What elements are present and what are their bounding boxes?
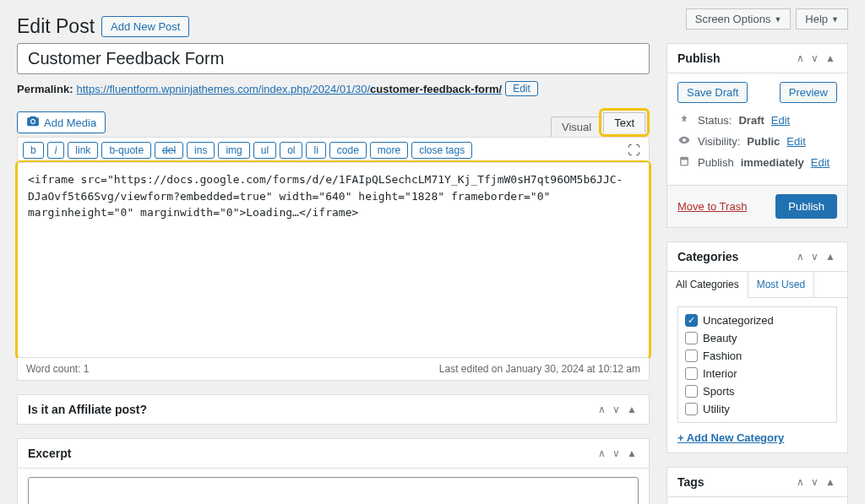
move-up-icon[interactable]: ∧ — [795, 474, 806, 490]
category-item[interactable]: Beauty — [685, 332, 830, 344]
status-value: Draft — [738, 114, 764, 127]
publish-button[interactable]: Publish — [775, 194, 837, 219]
camera-icon — [26, 116, 40, 129]
qt-bquote[interactable]: b-quote — [101, 142, 151, 159]
category-item[interactable]: Utility — [685, 403, 830, 415]
move-up-icon[interactable]: ∧ — [795, 249, 806, 264]
edit-status-link[interactable]: Edit — [771, 114, 790, 127]
qt-i[interactable]: i — [47, 142, 65, 159]
tab-visual[interactable]: Visual — [551, 117, 601, 137]
calendar-icon — [677, 155, 691, 170]
eye-icon — [677, 134, 691, 149]
schedule-prefix: Publish — [698, 156, 734, 169]
excerpt-textarea[interactable] — [28, 477, 639, 504]
tab-text[interactable]: Text — [603, 112, 645, 133]
last-edited: Last edited on January 30, 2024 at 10:12… — [439, 363, 640, 375]
edit-schedule-link[interactable]: Edit — [811, 156, 830, 169]
content-textarea[interactable] — [18, 163, 649, 355]
permalink-label: Permalink: — [17, 83, 73, 95]
move-down-icon[interactable]: ∨ — [809, 51, 820, 66]
pin-icon — [677, 113, 691, 127]
category-list: ✓ Uncategorized Beauty Fashion — [677, 306, 837, 423]
category-item[interactable]: Fashion — [685, 350, 830, 362]
excerpt-box-title: Excerpt — [28, 447, 71, 460]
preview-button[interactable]: Preview — [780, 82, 837, 103]
affiliate-box-title: Is it an Affiliate post? — [28, 403, 147, 416]
help-button[interactable]: Help ▼ — [796, 8, 848, 30]
qt-code[interactable]: code — [329, 142, 367, 159]
fullscreen-icon[interactable]: ⛶ — [624, 141, 644, 159]
page-title: Edit Post — [17, 15, 95, 38]
quicktags-toolbar: b i link b-quote del ins img ul ol li co… — [18, 138, 649, 163]
category-item[interactable]: Sports — [685, 385, 830, 398]
visibility-value: Public — [747, 135, 780, 148]
toggle-icon[interactable]: ▲ — [824, 51, 837, 66]
permalink-link[interactable]: https://fluentform.wpninjathemes.com/ind… — [76, 83, 502, 95]
category-item[interactable]: ✓ Uncategorized — [685, 314, 830, 327]
screen-options-button[interactable]: Screen Options ▼ — [686, 8, 792, 30]
chevron-down-icon: ▼ — [774, 15, 781, 24]
qt-closetags[interactable]: close tags — [411, 142, 472, 159]
qt-more[interactable]: more — [370, 142, 408, 159]
checkbox-icon[interactable] — [685, 367, 698, 380]
post-title-input[interactable] — [17, 43, 650, 74]
qt-ul[interactable]: ul — [253, 142, 276, 159]
checkbox-icon[interactable]: ✓ — [685, 314, 698, 327]
move-up-icon[interactable]: ∧ — [795, 51, 806, 66]
move-down-icon[interactable]: ∨ — [611, 446, 622, 461]
tab-all-categories[interactable]: All Categories — [667, 272, 748, 298]
editor-container: b i link b-quote del ins img ul ol li co… — [17, 137, 650, 381]
publish-box-title: Publish — [677, 51, 721, 65]
visibility-label: Visibility: — [698, 135, 740, 148]
checkbox-icon[interactable] — [685, 332, 698, 344]
edit-visibility-link[interactable]: Edit — [786, 135, 805, 148]
move-to-trash-link[interactable]: Move to Trash — [677, 200, 747, 213]
qt-li[interactable]: li — [306, 142, 325, 159]
toggle-icon[interactable]: ▲ — [824, 474, 837, 490]
qt-del[interactable]: del — [155, 142, 183, 159]
status-label: Status: — [698, 114, 732, 127]
save-draft-button[interactable]: Save Draft — [677, 82, 748, 103]
move-down-icon[interactable]: ∨ — [809, 474, 820, 490]
toggle-icon[interactable]: ▲ — [625, 446, 639, 461]
toggle-icon[interactable]: ▲ — [824, 249, 837, 264]
move-up-icon[interactable]: ∧ — [596, 402, 607, 417]
checkbox-icon[interactable] — [685, 350, 698, 362]
tags-box-title: Tags — [677, 475, 705, 489]
qt-b[interactable]: b — [23, 142, 44, 159]
add-new-post-button[interactable]: Add New Post — [101, 16, 189, 37]
chevron-down-icon: ▼ — [831, 15, 839, 24]
move-down-icon[interactable]: ∨ — [611, 402, 622, 417]
schedule-value: immediately — [741, 156, 804, 169]
toggle-icon[interactable]: ▲ — [625, 402, 639, 417]
checkbox-icon[interactable] — [685, 385, 698, 398]
add-new-category-link[interactable]: + Add New Category — [677, 431, 784, 444]
move-up-icon[interactable]: ∧ — [596, 446, 607, 461]
word-count: Word count: 1 — [26, 363, 89, 375]
add-media-button[interactable]: Add Media — [17, 111, 106, 133]
qt-ins[interactable]: ins — [187, 142, 215, 159]
checkbox-icon[interactable] — [685, 403, 698, 415]
qt-img[interactable]: img — [218, 142, 249, 159]
edit-permalink-button[interactable]: Edit — [505, 81, 538, 96]
category-item[interactable]: Interior — [685, 367, 830, 380]
move-down-icon[interactable]: ∨ — [809, 249, 820, 264]
qt-ol[interactable]: ol — [280, 142, 302, 159]
categories-box-title: Categories — [677, 250, 738, 263]
tab-most-used[interactable]: Most Used — [748, 272, 814, 297]
qt-link[interactable]: link — [68, 142, 98, 159]
